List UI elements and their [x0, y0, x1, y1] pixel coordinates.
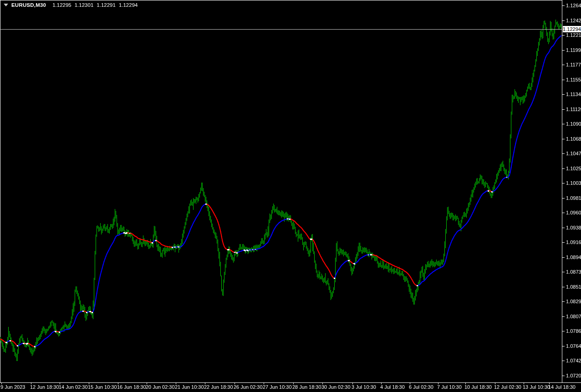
price-tick-label: 1.08510 [566, 285, 581, 290]
time-tick-label: 16 Jun 18:30 [117, 385, 146, 390]
time-tick-label: 12 Jul 02:30 [494, 385, 521, 390]
time-tick-label: 28 Jun 18:30 [292, 385, 321, 390]
price-tick-label: 1.12210 [566, 33, 581, 38]
price-chart-canvas[interactable] [0, 0, 581, 392]
price-tick-label: 1.08730 [566, 270, 581, 275]
price-tick-label: 1.11555 [566, 77, 581, 82]
price-tick-label: 1.07860 [566, 329, 581, 334]
chart-marker-icon [4, 4, 8, 6]
time-tick-label: 30 Jun 02:30 [321, 385, 351, 390]
price-tick-label: 1.09815 [566, 196, 581, 201]
time-tick-label: 21 Jun 10:30 [175, 385, 204, 390]
time-tick-label: 3 Jul 10:30 [352, 385, 376, 390]
time-tick-label: 22 Jun 18:30 [204, 385, 233, 390]
chart-window: EURUSD,M30 1.12295 1.12301 1.12291 1.122… [0, 0, 581, 392]
price-tick-label: 1.10905 [566, 122, 581, 127]
time-tick-label: 26 Jun 02:30 [234, 385, 263, 390]
price-tick-label: 1.09600 [566, 210, 581, 215]
price-tick-label: 1.10250 [566, 166, 581, 171]
time-tick-label: 13 Jul 10:30 [523, 385, 550, 390]
price-tick-label: 1.09380 [566, 225, 581, 230]
price-tick-label: 1.11340 [566, 92, 581, 97]
time-tick-label: 14 Jun 02:30 [59, 385, 88, 390]
price-tick-label: 1.07640 [566, 344, 581, 349]
price-tick-label: 1.11990 [566, 48, 581, 53]
price-tick-label: 1.11120 [566, 107, 581, 112]
quote-close: 1.12294 [119, 2, 138, 8]
chart-title: EURUSD,M30 1.12295 1.12301 1.12291 1.122… [4, 2, 138, 8]
price-tick-label: 1.10685 [566, 137, 581, 142]
quote-open: 1.12295 [52, 2, 71, 8]
price-tick-label: 1.07425 [566, 358, 581, 363]
quote-low: 1.12291 [97, 2, 116, 8]
time-tick-label: 14 Jul 18:30 [548, 385, 576, 390]
price-tick-label: 1.08945 [566, 255, 581, 260]
price-tick-label: 1.12425 [566, 18, 581, 23]
time-tick-label: 12 Jun 18:30 [30, 385, 59, 390]
price-tick-label: 1.09165 [566, 240, 581, 245]
price-tick-label: 1.08295 [566, 299, 581, 304]
price-tick-label: 1.12645 [566, 3, 581, 8]
price-tick-label: 1.11775 [566, 62, 581, 67]
current-price-value: 1.12294 [563, 26, 581, 32]
price-tick-label: 1.10035 [566, 181, 581, 186]
time-tick-label: 9 Jun 2023 [0, 385, 25, 390]
time-tick-label: 15 Jun 10:30 [88, 385, 117, 390]
price-tick-label: 1.10470 [566, 151, 581, 156]
time-tick-label: 4 Jul 18:30 [380, 385, 405, 390]
time-tick-label: 20 Jun 02:30 [146, 385, 175, 390]
symbol-label: EURUSD,M30 [11, 2, 46, 8]
time-tick-label: 27 Jun 10:30 [263, 385, 292, 390]
time-tick-label: 7 Jul 10:30 [437, 385, 462, 390]
quote-high: 1.12301 [75, 2, 94, 8]
current-price-label: 1.12294 [563, 26, 581, 32]
price-tick-label: 1.08075 [566, 314, 581, 319]
price-tick-label: 1.07205 [566, 373, 581, 378]
time-tick-label: 6 Jul 02:30 [409, 385, 433, 390]
time-tick-label: 10 Jul 18:30 [464, 385, 492, 390]
